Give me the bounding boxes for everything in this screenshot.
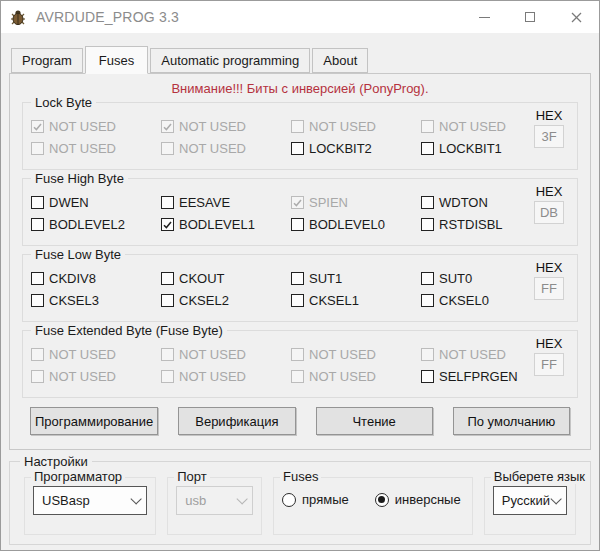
checkmark-icon <box>161 218 174 231</box>
checkbox-not-used: NOT USED <box>291 118 421 135</box>
button-программирование[interactable]: Программирование <box>30 407 158 435</box>
minimize-button[interactable] <box>461 1 507 33</box>
checkbox-not-used: NOT USED <box>31 368 161 385</box>
checkmark-icon <box>291 196 304 209</box>
checkbox-box <box>421 218 434 231</box>
checkbox-label: CKSEL1 <box>309 293 359 308</box>
checkbox-box <box>421 272 434 285</box>
checkbox-box <box>291 272 304 285</box>
checkbox-not-used: NOT USED <box>291 346 421 363</box>
checkbox-box <box>31 348 44 361</box>
checkbox-box <box>161 272 174 285</box>
checkbox-not-used: NOT USED <box>161 140 291 157</box>
app-window: AVRDUDE_PROG 3.3 ProgramFusesAutomatic p… <box>0 0 600 551</box>
button-верификация[interactable]: Верификация <box>178 407 295 435</box>
tab-program[interactable]: Program <box>11 48 83 73</box>
language-section: Выберете язык Русский <box>484 477 576 535</box>
checkbox-label: NOT USED <box>309 369 376 384</box>
hex-display: HEXFF <box>531 260 567 300</box>
checkbox-label: CKSEL2 <box>179 293 229 308</box>
settings-row: Программатор USBasp Порт usb Fuses прямы… <box>24 477 576 535</box>
port-label: Порт <box>174 469 209 484</box>
checkbox-label: SELFPRGEN <box>439 369 518 384</box>
fuses-tab-page: Внимание!!! Биты с инверсией (PonyProg).… <box>9 73 591 450</box>
tab-about[interactable]: About <box>312 48 368 73</box>
chevron-down-icon <box>131 493 142 504</box>
checkbox-bodlevel2[interactable]: BODLEVEL2 <box>31 216 161 233</box>
checkbox-box <box>291 348 304 361</box>
group-title: Fuse Extended Byte (Fuse Byte) <box>31 323 227 338</box>
hex-value-field: 3F <box>534 125 564 148</box>
checkbox-label: NOT USED <box>179 369 246 384</box>
programmer-label: Программатор <box>31 469 125 484</box>
checkbox-ckdiv8[interactable]: CKDIV8 <box>31 270 161 287</box>
checkbox-box <box>421 196 434 209</box>
tab-automatic-programming[interactable]: Automatic programming <box>150 48 310 73</box>
hex-display: HEXFF <box>531 336 567 376</box>
checkbox-ckout[interactable]: CKOUT <box>161 270 291 287</box>
group-title: Lock Byte <box>31 95 96 110</box>
hex-label: HEX <box>531 260 567 275</box>
app-icon <box>9 8 29 26</box>
minimize-icon <box>479 17 490 18</box>
tab-control: ProgramFusesAutomatic programmingAbout В… <box>9 46 591 450</box>
checkbox-box <box>161 370 174 383</box>
checkbox-grid: NOT USEDNOT USEDNOT USEDNOT USEDNOT USED… <box>31 118 577 157</box>
checkbox-label: NOT USED <box>49 347 116 362</box>
checkbox-bodlevel1[interactable]: BODLEVEL1 <box>161 216 291 233</box>
maximize-button[interactable] <box>507 1 553 33</box>
fuses-mode-label: Fuses <box>280 469 321 484</box>
checkbox-label: BODLEVEL0 <box>309 217 385 232</box>
checkbox-dwen[interactable]: DWEN <box>31 194 161 211</box>
checkbox-box <box>161 196 174 209</box>
checkbox-eesave[interactable]: EESAVE <box>161 194 291 211</box>
checkbox-box <box>161 294 174 307</box>
checkbox-label: NOT USED <box>439 119 506 134</box>
checkbox-box <box>291 120 304 133</box>
chevron-down-icon <box>237 493 248 504</box>
fuse-group-fuse-extended-byte-fuse-byte: Fuse Extended Byte (Fuse Byte)NOT USEDNO… <box>22 330 578 398</box>
programmer-select[interactable]: USBasp <box>33 486 147 515</box>
checkbox-cksel2[interactable]: CKSEL2 <box>161 292 291 309</box>
settings-group: Настройки Программатор USBasp Порт usb F… <box>9 461 591 545</box>
settings-group-title: Настройки <box>20 454 92 469</box>
checkbox-cksel3[interactable]: CKSEL3 <box>31 292 161 309</box>
checkbox-label: BODLEVEL1 <box>179 217 255 232</box>
hex-label: HEX <box>531 108 567 123</box>
checkbox-box <box>161 142 174 155</box>
checkbox-label: NOT USED <box>179 141 246 156</box>
radio-прямые[interactable]: прямые <box>282 492 349 507</box>
button-по-умолчанию[interactable]: По умолчанию <box>453 407 570 435</box>
checkbox-label: SPIEN <box>309 195 348 210</box>
checkbox-not-used: NOT USED <box>161 368 291 385</box>
button-чтение[interactable]: Чтение <box>316 407 433 435</box>
radio-инверсные[interactable]: инверсные <box>375 492 461 507</box>
programmer-value: USBasp <box>42 493 90 508</box>
window-controls <box>461 1 599 33</box>
checkbox-not-used: NOT USED <box>31 118 161 135</box>
hex-value-field: DB <box>534 201 564 224</box>
titlebar: AVRDUDE_PROG 3.3 <box>1 1 599 33</box>
checkbox-label: NOT USED <box>309 347 376 362</box>
checkbox-box <box>31 294 44 307</box>
checkbox-label: SUT0 <box>439 271 472 286</box>
tab-fuses[interactable]: Fuses <box>85 46 148 74</box>
fuses-mode-options: прямыеинверсные <box>282 492 464 507</box>
language-select[interactable]: Русский <box>493 486 567 515</box>
radio-selected-icon <box>375 493 389 507</box>
checkbox-bodlevel0[interactable]: BODLEVEL0 <box>291 216 421 233</box>
checkbox-not-used: NOT USED <box>161 346 291 363</box>
checkmark-icon <box>31 120 44 133</box>
hex-display: HEX3F <box>531 108 567 148</box>
checkbox-label: WDTON <box>439 195 488 210</box>
action-button-row: ПрограммированиеВерификацияЧтениеПо умол… <box>30 407 570 435</box>
checkbox-sut1[interactable]: SUT1 <box>291 270 421 287</box>
fuse-group-lock-byte: Lock ByteNOT USEDNOT USEDNOT USEDNOT USE… <box>22 102 578 170</box>
checkbox-label: LOCKBIT2 <box>309 141 372 156</box>
checkbox-lockbit2[interactable]: LOCKBIT2 <box>291 140 421 157</box>
checkbox-label: LOCKBIT1 <box>439 141 502 156</box>
group-title: Fuse Low Byte <box>31 247 125 262</box>
close-button[interactable] <box>553 1 599 33</box>
checkbox-label: NOT USED <box>309 119 376 134</box>
checkbox-cksel1[interactable]: CKSEL1 <box>291 292 421 309</box>
